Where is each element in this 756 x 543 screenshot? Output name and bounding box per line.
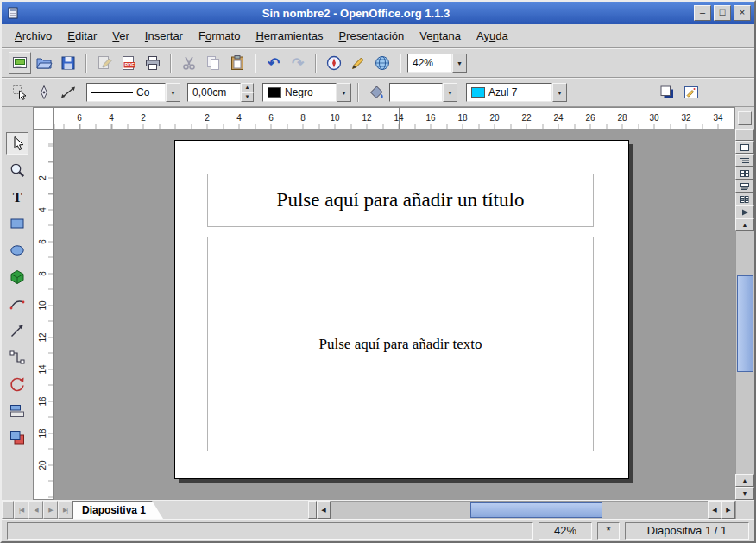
menu-archivo[interactable]: Archivo xyxy=(7,26,60,46)
outline-view-button[interactable] xyxy=(735,154,754,167)
vertical-ruler[interactable]: 2468101214161820 xyxy=(33,129,54,500)
hscroll-left-button[interactable]: ◀ xyxy=(317,501,331,519)
print-button[interactable] xyxy=(142,52,164,74)
slides-view-button[interactable] xyxy=(735,167,754,180)
handout-view-button[interactable] xyxy=(735,193,754,205)
arrow-ends-button[interactable] xyxy=(57,81,79,104)
paste-button[interactable] xyxy=(226,52,249,74)
rotate-tool-button[interactable] xyxy=(6,373,28,395)
line-width-input[interactable]: 0,00cm xyxy=(187,83,241,102)
horizontal-scroll-track[interactable] xyxy=(331,501,708,519)
line-color-dropdown-button[interactable]: ▼ xyxy=(337,83,351,102)
select-arrow-button[interactable] xyxy=(6,132,28,155)
fill-color-dropdown-button[interactable]: ▼ xyxy=(552,83,567,102)
curve-tool-button[interactable] xyxy=(6,293,28,315)
menu-formato[interactable]: Formato xyxy=(191,26,248,46)
h-ruler-label: 10 xyxy=(330,112,339,122)
zoom-dropdown-button[interactable]: ▼ xyxy=(452,54,467,73)
alignment-tool-button[interactable] xyxy=(6,400,28,422)
hyperlink-button[interactable] xyxy=(371,52,394,74)
vertical-scroll-thumb[interactable] xyxy=(737,275,753,372)
edit-button[interactable] xyxy=(347,52,369,74)
scroll-up-button-bottom[interactable]: ▲ xyxy=(735,474,754,487)
vertical-scrollbar[interactable]: ▲ ▲ ▼ xyxy=(735,129,754,500)
split-handle[interactable] xyxy=(735,129,754,141)
fill-bucket-button[interactable] xyxy=(365,81,387,104)
ruler-row: 642246810121416182022242628303234 xyxy=(2,107,754,129)
ellipse-tool-button[interactable] xyxy=(6,239,28,262)
previous-slide-button[interactable]: ◀ xyxy=(28,501,43,519)
tab-scrollbar-splitter[interactable] xyxy=(308,501,317,519)
first-slide-button[interactable]: |◀ xyxy=(14,501,28,519)
drawing-view-button[interactable] xyxy=(735,141,754,154)
redo-button[interactable]: ↷ xyxy=(287,52,309,74)
new-presentation-button[interactable] xyxy=(9,52,31,74)
text-placeholder[interactable]: Pulse aquí para añadir texto xyxy=(207,237,594,451)
notes-view-button[interactable] xyxy=(735,180,754,193)
maximize-button[interactable]: □ xyxy=(714,5,731,21)
line-width-up-button[interactable]: ▲ xyxy=(241,83,254,92)
line-style-field[interactable]: Co xyxy=(86,83,166,102)
menu-herramientas[interactable]: Herramientas xyxy=(248,26,331,46)
slideshow-view-button[interactable] xyxy=(735,205,754,218)
menu-insertar[interactable]: Insertar xyxy=(137,26,191,46)
zoom-tool-button[interactable] xyxy=(6,159,28,181)
horizontal-ruler[interactable]: 642246810121416182022242628303234 xyxy=(54,107,735,129)
scroll-up-button[interactable]: ▲ xyxy=(735,218,754,231)
menu-ayuda[interactable]: Ayuda xyxy=(469,26,516,46)
objects3d-tool-button[interactable] xyxy=(6,266,28,288)
text-placeholder-text: Pulse aquí para añadir texto xyxy=(319,336,482,353)
navigator-button[interactable] xyxy=(323,52,345,74)
save-button[interactable] xyxy=(57,52,79,74)
zoom-input[interactable]: 42% xyxy=(407,54,452,73)
vertical-scroll-track[interactable] xyxy=(735,231,754,474)
cut-button[interactable] xyxy=(178,52,200,74)
minimize-button[interactable]: – xyxy=(694,5,711,21)
line-style-dropdown-button[interactable]: ▼ xyxy=(166,83,180,102)
open-button[interactable] xyxy=(33,52,55,74)
split-window-button[interactable] xyxy=(738,111,752,125)
status-zoom-cell[interactable]: 42% xyxy=(539,522,592,540)
presentation-styles-button[interactable] xyxy=(680,81,702,104)
export-pdf-button[interactable]: PDF xyxy=(117,52,140,74)
fill-style-dropdown-button[interactable]: ▼ xyxy=(443,83,457,102)
edit-points-button[interactable] xyxy=(33,81,55,104)
tab-area-button[interactable] xyxy=(2,501,14,519)
shadow-button[interactable] xyxy=(656,81,678,104)
rectangle-tool-button[interactable] xyxy=(6,212,28,235)
curve-tool-icon xyxy=(9,295,26,313)
slide-canvas[interactable]: Pulse aquí para añadir un título Pulse a… xyxy=(54,129,735,500)
zoom-combo: 42% ▼ xyxy=(407,54,467,73)
status-modified-cell[interactable]: * xyxy=(597,522,620,540)
select-tool-button[interactable] xyxy=(9,81,31,104)
connector-tool-button[interactable] xyxy=(6,346,28,369)
edit-file-button[interactable] xyxy=(93,52,116,74)
menu-ver[interactable]: Ver xyxy=(104,26,137,46)
undo-button[interactable]: ↶ xyxy=(262,52,285,74)
function-toolbar: PDF ↶ ↷ 42% ▼ xyxy=(2,48,754,78)
fill-color-field[interactable]: Azul 7 xyxy=(466,83,552,102)
title-placeholder[interactable]: Pulse aquí para añadir un título xyxy=(207,174,594,227)
next-slide-button[interactable]: ▶ xyxy=(43,501,58,519)
fill-style-field[interactable] xyxy=(389,83,443,102)
titlebar[interactable]: Sin nombre2 - OpenOffice.org 1.1.3 – □ × xyxy=(2,2,754,24)
line-color-field[interactable]: Negro xyxy=(262,83,337,102)
slide[interactable]: Pulse aquí para añadir un título Pulse a… xyxy=(174,140,629,479)
hscroll-left-button-2[interactable]: ◀ xyxy=(708,501,721,519)
scroll-down-button[interactable]: ▼ xyxy=(735,487,754,500)
last-slide-button[interactable]: ▶| xyxy=(58,501,72,519)
hscroll-right-button[interactable]: ▶ xyxy=(721,501,735,519)
arrange-tool-button[interactable] xyxy=(6,426,28,449)
text-tool-button[interactable]: T xyxy=(6,186,28,208)
fill-color-swatch xyxy=(471,87,485,98)
horizontal-scroll-thumb[interactable] xyxy=(470,502,602,518)
close-button[interactable]: × xyxy=(734,5,751,21)
lines-arrows-tool-button[interactable] xyxy=(6,319,28,342)
line-width-down-button[interactable]: ▼ xyxy=(241,92,254,102)
h-ruler-label: 6 xyxy=(77,112,82,122)
copy-button[interactable] xyxy=(202,52,224,74)
menu-editar[interactable]: Editar xyxy=(60,26,104,46)
menu-presentación[interactable]: Presentación xyxy=(331,26,412,46)
menu-ventana[interactable]: Ventana xyxy=(412,26,469,46)
tab-diapositiva-1[interactable]: Diapositiva 1 xyxy=(72,501,163,519)
